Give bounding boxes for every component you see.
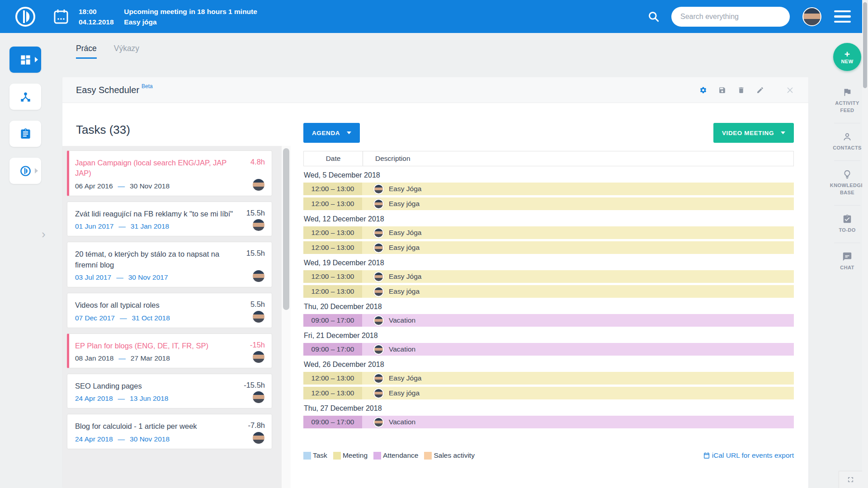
settings-gear-icon[interactable] (699, 86, 707, 94)
panel-header: Easy Scheduler Beta (62, 77, 808, 103)
search-input[interactable] (680, 13, 781, 21)
user-avatar[interactable] (802, 7, 821, 26)
task-end-date: 30 Nov 2017 (128, 273, 168, 282)
avatar (373, 344, 384, 355)
date-range-dash: — (120, 314, 127, 322)
new-button[interactable]: + NEW (833, 43, 861, 71)
sidebar-item-dashboard[interactable] (9, 47, 41, 73)
agenda-event-row[interactable]: 09:00 – 17:00 Vacation (303, 314, 794, 327)
rail-item-label: KNOWLEDGE BASE (828, 182, 866, 197)
task-list-scrollbar[interactable] (282, 146, 291, 488)
agenda-event-row[interactable]: 09:00 – 17:00 Vacation (303, 416, 794, 428)
task-end-date: 13 Jun 2018 (130, 394, 168, 403)
agenda-event-row[interactable]: 12:00 – 13:00 Easy jóga (303, 285, 794, 298)
event-label: Easy Jóga (389, 374, 421, 382)
fullscreen-button[interactable] (839, 471, 862, 488)
chevron-down-icon (781, 131, 785, 134)
event-time: 12:00 – 13:00 (303, 270, 362, 283)
date-range-dash: — (118, 435, 125, 443)
task-card[interactable]: Zvát lidi reagující na FB reklamy k "to … (67, 202, 272, 236)
legend-label: Task (313, 451, 327, 460)
agenda-group: Wed, 12 December 2018 12:00 – 13:00 Easy… (303, 215, 794, 254)
agenda-event-row[interactable]: 12:00 – 13:00 Easy Jóga (303, 372, 794, 385)
close-icon[interactable] (785, 85, 795, 95)
agenda-event-row[interactable]: 12:00 – 13:00 Easy Jóga (303, 183, 794, 195)
task-dates: 06 Apr 2016 — 30 Nov 2018 (75, 182, 264, 190)
task-end-date: 31 Jan 2018 (131, 222, 169, 230)
search-box[interactable] (671, 7, 790, 27)
date-range-dash: — (118, 394, 125, 403)
ical-export-link[interactable]: iCal URL for events export (703, 451, 794, 460)
divider (834, 160, 860, 161)
legend-swatch (333, 452, 341, 460)
agenda-event-row[interactable]: 12:00 – 13:00 Easy jóga (303, 197, 794, 210)
avatar (373, 373, 384, 384)
task-card[interactable]: Videos for all typical roles 5.5h 07 Dec… (67, 293, 272, 328)
hierarchy-icon (19, 91, 32, 103)
divider (834, 123, 860, 123)
event-time: 12:00 – 13:00 (303, 285, 362, 298)
task-dates: 08 Jan 2018 — 27 Mar 2018 (75, 354, 264, 362)
task-card[interactable]: EP Plan for blogs (ENG, DE, IT, FR, SP) … (67, 333, 272, 368)
legend-swatch (373, 452, 381, 460)
app-logo-icon[interactable] (14, 6, 36, 28)
sidebar-item-project[interactable] (9, 158, 41, 184)
agenda-event-row[interactable]: 09:00 – 17:00 Vacation (303, 343, 794, 356)
agenda-group-date: Thu, 20 December 2018 (304, 303, 794, 311)
task-list-wrap: Japan Campaign (local search ENG/JAP, JA… (62, 146, 291, 488)
rail-item-label: TO-DO (839, 227, 855, 234)
task-hours: -15.5h (244, 381, 265, 389)
sidebar-item-tasks[interactable] (9, 121, 41, 147)
sidebar-item-knowledge-base[interactable]: KNOWLEDGE BASE (828, 169, 866, 197)
page-tabs: Práce Výkazy (76, 44, 808, 65)
panel-collapse-chevron[interactable]: › (42, 228, 46, 240)
sidebar-item-chat[interactable]: CHAT (840, 251, 854, 272)
task-list-scrollbar-thumb[interactable] (283, 148, 289, 310)
chat-icon (842, 252, 852, 262)
tasks-heading: Tasks (33) (76, 123, 291, 137)
event-type-legend: Task Meeting Attendance Sales activity (303, 451, 481, 460)
agenda-button-label: AGENDA (312, 130, 340, 136)
sidebar-item-hierarchy[interactable] (9, 84, 41, 110)
task-hours: -7.8h (248, 421, 265, 430)
page-scrollbar-thumb[interactable] (863, 2, 867, 88)
task-card[interactable]: SEO Landing pages -15.5h 24 Apr 2018 — 1… (67, 374, 272, 408)
meeting-date: 04.12.2018 (79, 17, 114, 27)
date-range-dash: — (118, 222, 126, 230)
agenda-event-row[interactable]: 12:00 – 13:00 Easy jóga (303, 241, 794, 254)
search-icon[interactable] (647, 10, 660, 23)
meeting-name: Easy jóga (124, 18, 156, 26)
agenda-event-row[interactable]: 12:00 – 13:00 Easy Jóga (303, 226, 794, 239)
agenda-event-row[interactable]: 12:00 – 13:00 Easy Jóga (303, 270, 794, 283)
video-meeting-button[interactable]: VIDEO MEETING (713, 123, 794, 143)
avatar (373, 417, 384, 427)
page-scrollbar[interactable] (862, 0, 868, 488)
agenda-view-button[interactable]: AGENDA (303, 123, 360, 143)
sidebar-item-todo[interactable]: TO-DO (839, 213, 855, 235)
task-start-date: 03 Jul 2017 (75, 273, 111, 282)
tab-vykazy[interactable]: Výkazy (114, 44, 139, 57)
agenda-event-row[interactable]: 12:00 – 13:00 Easy jóga (303, 387, 794, 399)
task-card[interactable]: Blog for calculoid - 1 article per week … (67, 414, 272, 449)
task-start-date: 24 Apr 2018 (75, 435, 113, 443)
hamburger-menu-icon[interactable] (834, 10, 851, 23)
avatar (373, 199, 384, 209)
avatar (373, 272, 384, 282)
save-icon[interactable] (718, 86, 726, 94)
clipboard-icon (19, 128, 32, 140)
task-card[interactable]: 20 témat, o kterých by stálo za to napsa… (67, 242, 272, 287)
panel-title: Easy Scheduler (76, 85, 139, 95)
trash-icon[interactable] (737, 86, 745, 94)
task-card[interactable]: Japan Campaign (local search ENG/JAP, JA… (67, 150, 272, 196)
edit-pencil-icon[interactable] (756, 86, 764, 94)
sidebar-item-contacts[interactable]: CONTACTS (833, 131, 862, 153)
sidebar-item-activity-feed[interactable]: ACTIVITY FEED (828, 86, 866, 115)
tab-prace[interactable]: Práce (76, 44, 97, 59)
task-start-date: 07 Dec 2017 (75, 314, 115, 322)
chevron-right-icon (35, 57, 38, 62)
event-label: Easy jóga (389, 287, 420, 296)
task-hours: 4.8h (250, 158, 265, 166)
event-label: Easy Jóga (389, 185, 421, 193)
video-meeting-label: VIDEO MEETING (722, 130, 774, 136)
task-hours: 15.5h (246, 249, 265, 258)
